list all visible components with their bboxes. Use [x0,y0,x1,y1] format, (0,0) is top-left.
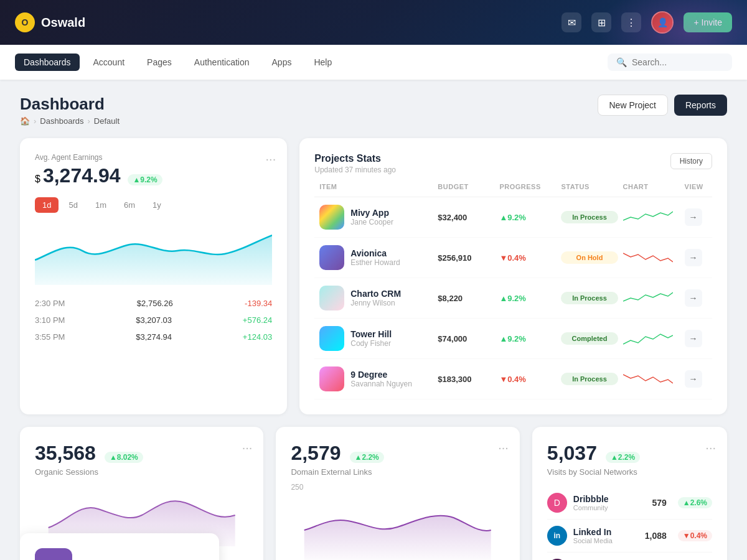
status-2: On Hold [561,251,618,264]
col-budget: BUDGET [438,183,494,190]
bottom-grid: B Bootstrap 5 ... 35,568 ▲8.02% Organic … [20,427,727,560]
project-info-3: Charto CRM Jenny Wilson [319,286,433,310]
status-3: In Process [561,292,618,304]
new-project-button[interactable]: New Project [598,95,668,116]
progress-5: ▼0.4% [499,375,556,384]
page-title-area: Dashboard 🏠 › Dashboards › Default [20,95,120,126]
nav-account[interactable]: Account [85,54,134,71]
earnings-row-2: 3:10 PM $3,207.03 +576.24 [35,312,272,329]
projects-title: Projects Stats [314,153,396,164]
social-item-linkedin: in Linked In Social Media 1,088 ▼0.4% [547,520,712,553]
breadcrumb-home: 🏠 [20,116,30,126]
earnings-label: Avg. Agent Earnings [35,153,272,162]
sparkline-1 [623,208,680,226]
sparkline-4 [623,329,680,348]
project-thumb-5 [319,366,344,391]
project-thumb-4 [319,326,344,351]
nav-help[interactable]: Help [305,54,341,71]
earnings-row-1: 2:30 PM $2,756.26 -139.34 [35,295,272,312]
budget-1: $32,400 [438,213,494,222]
earnings-badge: ▲9.2% [128,174,162,185]
budget-4: $74,000 [438,334,494,343]
sparkline-5 [623,370,680,388]
time-tab-6m[interactable]: 6m [116,197,143,213]
social-item-dribbble: D Dribbble Community 579 ▲2.6% [547,487,712,520]
breadcrumb-default: Default [94,116,120,126]
links-chart [291,499,504,560]
social-card: ... 5,037 ▲2.2% Visits by Social Network… [532,427,727,560]
projects-table-head: ITEM BUDGET PROGRESS STATUS CHART VIEW [314,177,712,197]
earnings-amount: 3,274.94 [43,164,121,187]
messages-icon[interactable]: ✉ [561,12,581,32]
history-button[interactable]: History [670,153,712,169]
view-btn-4[interactable]: → [685,330,702,347]
project-info-4: Tower Hill Cody Fisher [319,326,433,351]
organic-number: 35,568 [35,442,96,465]
budget-2: $256,910 [438,253,494,263]
social-more-btn[interactable]: ... [705,438,716,452]
view-btn-1[interactable]: → [685,208,702,226]
earnings-chart [35,223,272,285]
links-badge: ▲2.2% [350,452,384,463]
external-links-card: ... 2,579 ▲2.2% Domain External Links 25… [276,427,519,560]
project-thumb-1 [319,205,344,230]
nav-pages[interactable]: Pages [138,54,181,71]
project-info-5: 9 Degree Savannah Nguyen [319,366,433,391]
organic-card: B Bootstrap 5 ... 35,568 ▲8.02% Organic … [20,427,263,560]
status-4: Completed [561,332,618,345]
view-btn-3[interactable]: → [685,289,702,307]
progress-4: ▲9.2% [499,334,556,343]
project-row-2: Avionica Esther Howard $256,910 ▼0.4% On… [314,238,712,278]
notifications-icon[interactable]: ⊞ [591,12,611,32]
project-row-4: Tower Hill Cody Fisher $74,000 ▲9.2% Com… [314,319,712,359]
view-btn-5[interactable]: → [685,370,702,388]
project-info-1: Mivy App Jane Cooper [319,205,433,230]
col-view: VIEW [685,183,707,190]
search-input[interactable] [632,57,723,67]
time-tab-1y[interactable]: 1y [145,197,169,213]
budget-5: $183,300 [438,375,494,384]
col-item: ITEM [319,183,433,190]
header-buttons: New Project Reports [598,95,728,116]
links-number: 2,579 [291,442,341,465]
time-tab-5d[interactable]: 5d [61,197,85,213]
budget-3: $8,220 [438,294,494,303]
breadcrumb-dashboards[interactable]: Dashboards [40,116,83,126]
avatar[interactable]: 👤 [651,11,674,34]
organic-more-btn[interactable]: ... [242,438,253,452]
links-label: Domain External Links [291,467,504,477]
links-more-btn[interactable]: ... [498,438,509,452]
earnings-more-btn[interactable]: ... [266,149,276,164]
logo-icon: O [15,12,35,32]
earnings-rows: 2:30 PM $2,756.26 -139.34 3:10 PM $3,207… [35,295,272,345]
nav-authentication[interactable]: Authentication [186,54,258,71]
project-thumb-2 [319,245,344,270]
organic-label: Organic Sessions [35,467,248,477]
invite-button[interactable]: + Invite [684,12,732,32]
project-thumb-3 [319,286,344,310]
time-tab-1d[interactable]: 1d [35,197,59,213]
project-row-1: Mivy App Jane Cooper $32,400 ▲9.2% In Pr… [314,197,712,238]
main-content: Dashboard 🏠 › Dashboards › Default New P… [0,80,747,560]
social-item-slack: # Slack 794 ▲0.2% [547,553,712,560]
project-row-5: 9 Degree Savannah Nguyen $183,300 ▼0.4% … [314,359,712,399]
bootstrap-text: Bootstrap 5 [82,557,179,560]
projects-header: Projects Stats Updated 37 minutes ago Hi… [314,153,712,174]
share-icon[interactable]: ⋮ [621,12,641,32]
nav-apps[interactable]: Apps [263,54,301,71]
page-header: Dashboard 🏠 › Dashboards › Default New P… [20,95,727,126]
view-btn-2[interactable]: → [685,249,702,266]
nav-dashboards[interactable]: Dashboards [15,54,80,71]
bootstrap-overlay: B Bootstrap 5 [20,533,219,560]
time-tab-1m[interactable]: 1m [88,197,114,213]
progress-3: ▲9.2% [499,294,556,303]
progress-2: ▼0.4% [499,253,556,263]
logo: O Oswald [15,12,85,32]
organic-badge: ▲8.02% [105,452,143,463]
reports-button[interactable]: Reports [674,95,727,116]
project-row-3: Charto CRM Jenny Wilson $8,220 ▲9.2% In … [314,278,712,319]
earnings-card: ... Avg. Agent Earnings $ 3,274.94 ▲9.2%… [20,138,287,414]
topbar: O Oswald ✉ ⊞ ⋮ 👤 + Invite [0,0,747,45]
top-grid: ... Avg. Agent Earnings $ 3,274.94 ▲9.2%… [20,138,727,414]
page-title: Dashboard [20,95,120,114]
